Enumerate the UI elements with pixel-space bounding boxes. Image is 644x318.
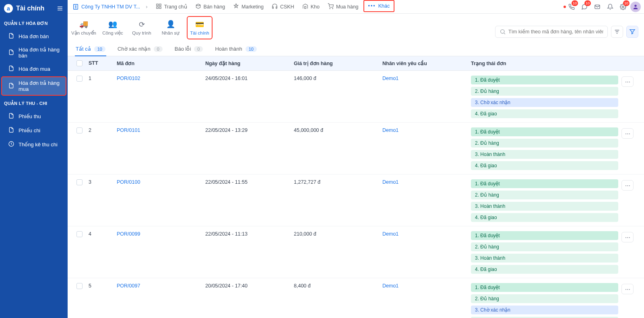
document-icon [8,127,14,134]
cell-status: 1. Đã duyệt2. Đủ hàng3. Chờ xác nhận4. Đ… [471,283,621,318]
tab-count: 0 [154,46,163,52]
table-row: 4 POR/0099 22/05/2024 - 11:13 210,000 đ … [68,226,644,278]
row-checkbox[interactable] [76,179,83,185]
order-code-link[interactable]: POR/0099 [117,231,140,237]
settings-icon[interactable]: 10 [617,1,629,12]
svg-rect-3 [159,4,161,5]
employee-link[interactable]: Demo1 [382,76,398,81]
col-code: Mã đơn [117,60,205,66]
cell-date: 20/05/2024 - 17:40 [205,283,294,289]
sidebar-item-label: Hóa đơn bán [19,33,49,39]
row-checkbox[interactable] [76,76,83,82]
company-selector[interactable]: Công Ty TNHH TM DV T... [71,4,142,10]
sidebar-item[interactable]: Phiếu thu [0,109,68,123]
subnav-item[interactable]: 💳Tài chính [187,16,213,39]
tab[interactable]: Báo lỗi0 [174,42,204,56]
table-row: 1 POR/0102 24/05/2024 - 16:01 146,000 đ … [68,71,644,123]
employee-link[interactable]: Demo1 [382,231,398,237]
sidebar-item-label: Hóa đơn trả hàng bán [19,47,64,59]
topbar: Công Ty TNHH TM DV T... › Trang chủBán h… [68,0,644,14]
row-more-button[interactable]: ⋯ [621,232,634,242]
svg-point-14 [501,30,504,33]
topnav-item[interactable]: Bán hàng [191,0,229,14]
svg-point-9 [330,8,330,8]
search-input[interactable] [508,29,603,35]
tab-count: 0 [194,46,203,52]
topnav-item[interactable]: CSKH [268,0,298,14]
subnav-item[interactable]: 👤Nhân sự [158,16,184,39]
topnav-item[interactable]: Mua hàng [324,0,363,14]
tab[interactable]: Hoàn thành10 [214,42,257,56]
phone-badge: 10 [572,0,578,6]
order-code-link[interactable]: POR/0100 [117,179,140,185]
company-name: Công Ty TNHH TM DV T... [81,4,140,10]
subnav-icon: 💳 [195,20,204,29]
order-code-link[interactable]: POR/0097 [117,283,140,289]
cell-value: 45,000,000 đ [294,127,382,133]
sidebar-item-label: Hóa đơn trả hàng mua [19,80,62,92]
sidebar-item-label: Hóa đơn mua [19,66,50,72]
row-more-button[interactable]: ⋯ [621,284,634,294]
sidebar-item[interactable]: Hóa đơn trả hàng mua [2,77,66,95]
subnav-item[interactable]: 👥Công việc [100,16,126,39]
order-code-link[interactable]: POR/0102 [117,76,140,81]
chat-icon[interactable]: 10 [579,1,590,12]
sidebar-item[interactable]: Hóa đơn mua [0,62,68,76]
sidebar-section-label: QUẢN LÝ HÓA ĐƠN [0,16,68,29]
col-stt: STT [89,60,117,66]
document-icon [8,113,14,120]
svg-point-10 [332,8,333,8]
subnav-item[interactable]: 🚚Vận chuyển [71,16,97,39]
cell-stt: 3 [89,179,117,185]
topnav-label: Bán hàng [204,4,225,10]
cell-stt: 1 [89,76,117,81]
row-more-button[interactable]: ⋯ [621,180,634,191]
nav-icon [328,3,334,10]
cell-date: 22/05/2024 - 13:29 [205,127,294,133]
search-input-wrap[interactable] [495,26,608,38]
subnav-item[interactable]: ⟳Quy trình [129,16,155,39]
sidebar-collapse-button[interactable] [56,5,64,12]
sidebar-item[interactable]: Hóa đơn bán [0,29,68,43]
row-more-button[interactable]: ⋯ [621,128,634,139]
topnav-item[interactable]: •••Khác [363,0,395,12]
tab[interactable]: Tất cả10 [75,42,106,56]
sidebar-item[interactable]: Hóa đơn trả hàng bán [0,43,68,62]
sidebar-item[interactable]: Phiếu chi [0,123,68,137]
status-badge: 2. Đủ hàng [471,242,618,251]
phone-icon[interactable]: 10 [566,1,577,12]
sidebar-item[interactable]: Thống kê thu chi [0,137,68,152]
status-badge: 2. Đủ hàng [471,139,618,148]
status-badge: 3. Hoàn thành [471,254,618,263]
employee-link[interactable]: Demo1 [382,283,398,289]
svg-point-12 [622,6,624,8]
col-value: Giá trị đơn hàng [294,60,382,66]
nav-icon: ••• [368,3,376,9]
topnav-item[interactable]: Trang chủ [152,0,191,14]
tab[interactable]: Chờ xác nhận0 [117,42,163,56]
tab-count: 10 [246,46,257,52]
extra-filter-button[interactable] [626,26,638,38]
filter-button[interactable] [611,26,623,38]
row-checkbox[interactable] [76,231,83,237]
order-code-link[interactable]: POR/0101 [117,127,140,133]
employee-link[interactable]: Demo1 [382,127,398,133]
cell-date: 22/05/2024 - 11:13 [205,231,294,237]
user-avatar[interactable] [630,2,641,12]
status-badge: 1. Đã duyệt [471,179,618,188]
document-icon [8,65,14,73]
row-checkbox[interactable] [76,127,83,133]
status-badge: 3. Hoàn thành [471,150,618,159]
svg-rect-8 [304,6,306,8]
bell-icon[interactable] [605,1,616,12]
table-row: 2 POR/0101 22/05/2024 - 13:29 45,000,000… [68,123,644,174]
select-all-checkbox[interactable] [76,60,83,66]
topnav-item[interactable]: Kho [298,0,324,14]
row-checkbox[interactable] [76,283,83,289]
employee-link[interactable]: Demo1 [382,179,398,185]
status-badge: 2. Đủ hàng [471,294,618,303]
mail-icon[interactable] [592,1,603,12]
row-more-button[interactable]: ⋯ [621,76,634,87]
cell-value: 1,272,727 đ [294,179,382,185]
topnav-item[interactable]: Marketing [229,0,268,14]
